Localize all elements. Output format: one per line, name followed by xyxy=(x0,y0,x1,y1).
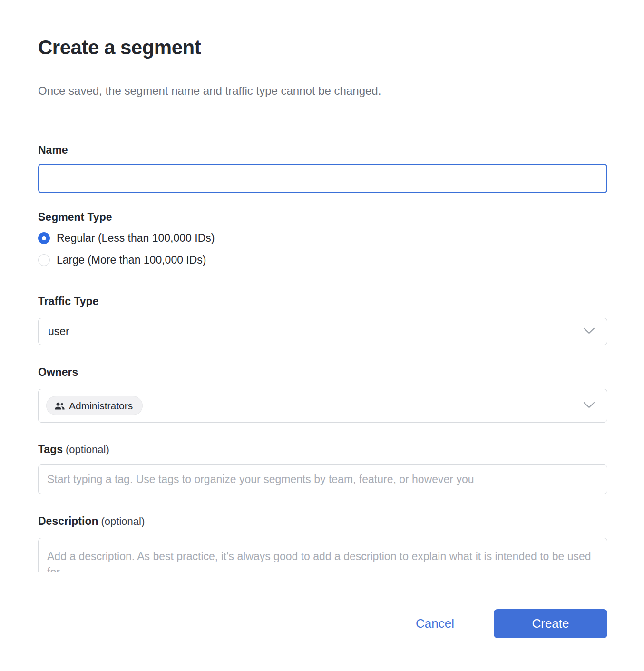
description-textarea[interactable] xyxy=(38,538,607,572)
owner-chip-label: Administrators xyxy=(69,400,133,412)
radio-option-large-label: Large (More than 100,000 IDs) xyxy=(57,254,206,266)
create-button[interactable]: Create xyxy=(494,609,607,638)
chevron-down-icon xyxy=(583,326,595,337)
radio-option-regular-label: Regular (Less than 100,000 IDs) xyxy=(57,232,215,245)
owners-select[interactable]: Administrators xyxy=(38,389,607,423)
tags-input[interactable] xyxy=(38,464,607,494)
owner-chip-administrators[interactable]: Administrators xyxy=(46,396,143,415)
tags-group: Tags(optional) xyxy=(38,443,607,494)
owners-group: Owners Administrators xyxy=(38,366,607,423)
owners-label: Owners xyxy=(38,366,607,379)
name-input[interactable] xyxy=(38,164,607,193)
traffic-type-label: Traffic Type xyxy=(38,295,607,308)
create-segment-dialog: Create a segment Once saved, the segment… xyxy=(0,0,644,638)
description-group: Description(optional) xyxy=(38,515,607,572)
name-field-group: Name xyxy=(38,144,607,193)
radio-selected-icon[interactable] xyxy=(38,232,50,244)
people-icon xyxy=(54,402,65,410)
description-clip xyxy=(38,538,607,572)
chevron-down-icon xyxy=(583,401,595,411)
traffic-type-select[interactable]: user xyxy=(38,318,607,345)
description-label: Description(optional) xyxy=(38,515,607,528)
radio-option-regular[interactable]: Regular (Less than 100,000 IDs) xyxy=(38,232,607,245)
segment-type-group: Segment Type Regular (Less than 100,000 … xyxy=(38,211,607,266)
segment-type-label: Segment Type xyxy=(38,211,607,224)
radio-option-large[interactable]: Large (More than 100,000 IDs) xyxy=(38,254,607,266)
cancel-button[interactable]: Cancel xyxy=(416,616,454,631)
radio-unselected-icon[interactable] xyxy=(38,254,50,266)
traffic-type-value: user xyxy=(48,325,583,338)
tags-label: Tags(optional) xyxy=(38,443,607,456)
name-label: Name xyxy=(38,144,607,157)
description-optional-suffix: (optional) xyxy=(101,515,145,527)
dialog-title: Create a segment xyxy=(38,36,607,59)
traffic-type-group: Traffic Type user xyxy=(38,295,607,345)
tags-optional-suffix: (optional) xyxy=(66,444,109,455)
dialog-footer: Cancel Create xyxy=(38,609,607,638)
dialog-subtitle: Once saved, the segment name and traffic… xyxy=(38,84,607,98)
